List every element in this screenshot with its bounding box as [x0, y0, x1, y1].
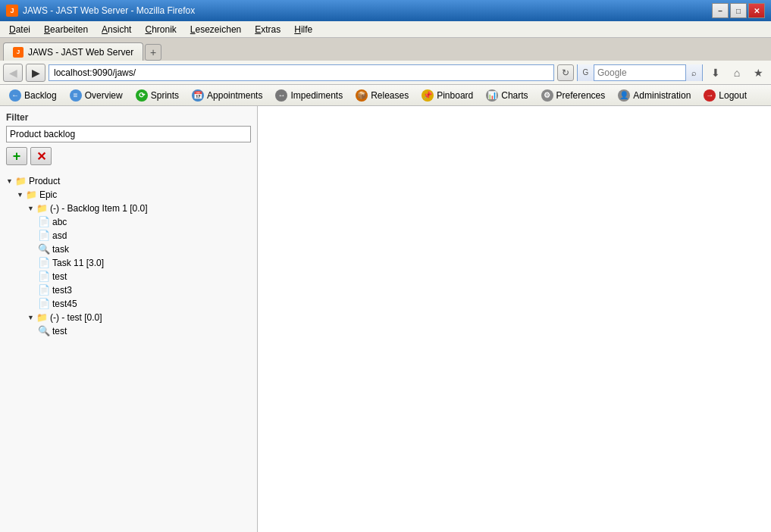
search-input[interactable] [594, 65, 685, 80]
nav-administration[interactable]: 👤 Administration [612, 87, 697, 104]
tab-icon: J [13, 47, 24, 58]
nav-logout[interactable]: → Logout [697, 87, 753, 104]
menu-extras[interactable]: Extras [249, 23, 287, 36]
tree-node-label: (-) - test [0.0] [50, 311, 102, 324]
menu-bearbeiten[interactable]: Bearbeiten [38, 23, 94, 36]
menu-chronik[interactable]: Chronik [139, 23, 182, 36]
minimize-button[interactable]: – [712, 3, 729, 18]
refresh-button[interactable]: ↻ [557, 64, 574, 81]
back-button[interactable]: ◀ [3, 64, 23, 82]
search-icon: 🔍 [38, 243, 50, 256]
menu-lesezeichen[interactable]: Lesezeichen [184, 23, 247, 36]
bookmarks-icon[interactable]: ★ [748, 64, 768, 82]
tree-node[interactable]: 📄Task 11 [3.0] [38, 256, 251, 270]
tree-node-label: (-) - Backlog Item 1 [0.0] [50, 202, 148, 215]
search-engine-dropdown[interactable]: G [578, 64, 594, 81]
address-bar: ◀ ▶ ↻ G ⌕ ⬇ ⌂ ★ [0, 61, 771, 85]
impediments-label: Impediments [290, 90, 343, 101]
tab-label: JAWS - JAST Web Server [28, 47, 133, 58]
tree-node[interactable]: ▼📁(-) - Backlog Item 1 [0.0] [27, 202, 251, 215]
tree-node[interactable]: 📄asd [38, 229, 251, 243]
tree-node[interactable]: 🔍test [38, 324, 251, 338]
tree-arrow-icon: ▼ [27, 311, 34, 324]
maximize-button[interactable]: □ [730, 3, 747, 18]
logout-label: Logout [719, 90, 747, 101]
tree-container: ▼📁Product▼📁Epic▼📁(-) - Backlog Item 1 [0… [0, 171, 257, 532]
tree-node[interactable]: ▼📁(-) - test [0.0] [27, 311, 251, 324]
administration-label: Administration [633, 90, 691, 101]
preferences-label: Preferences [556, 90, 606, 101]
browser-icon: J [6, 5, 18, 17]
preferences-icon: ⚙ [541, 89, 553, 102]
nav-toolbar: ← Backlog ≡ Overview ⟳ Sprints 📅 Appoint… [0, 85, 771, 106]
address-input[interactable] [49, 64, 554, 81]
overview-label: Overview [85, 90, 123, 101]
remove-filter-button[interactable]: ✕ [30, 147, 52, 165]
filter-input[interactable] [6, 126, 251, 142]
menu-datei[interactable]: Datei [3, 23, 36, 36]
nav-sprints[interactable]: ⟳ Sprints [130, 87, 185, 104]
tree-node-label: test [52, 324, 67, 338]
nav-overview[interactable]: ≡ Overview [64, 87, 129, 104]
filter-toolbar: + ✕ [6, 147, 251, 165]
tree-arrow-icon: ▼ [27, 202, 34, 215]
search-icon: 🔍 [38, 324, 50, 338]
sprints-label: Sprints [151, 90, 179, 101]
releases-icon: 📦 [356, 89, 368, 102]
tree-node[interactable]: 📄test3 [38, 283, 251, 297]
tree-node-label: Task 11 [3.0] [52, 256, 104, 270]
tree-node[interactable]: 🔍task [38, 243, 251, 256]
tree-node[interactable]: ▼📁Product [6, 174, 251, 188]
nav-backlog[interactable]: ← Backlog [3, 87, 63, 104]
administration-icon: 👤 [618, 89, 630, 102]
tree-node-label: asd [52, 229, 67, 243]
pinboard-label: Pinboard [437, 90, 473, 101]
releases-label: Releases [371, 90, 409, 101]
backlog-label: Backlog [24, 90, 57, 101]
tree-node-label: test45 [52, 297, 77, 311]
nav-charts[interactable]: 📊 Charts [480, 87, 534, 104]
nav-preferences[interactable]: ⚙ Preferences [535, 87, 612, 104]
download-icon[interactable]: ⬇ [706, 64, 726, 82]
search-go-button[interactable]: ⌕ [685, 64, 702, 81]
tree-node[interactable]: 📄test45 [38, 297, 251, 311]
title-bar: J JAWS - JAST Web Server - Mozilla Firef… [0, 0, 771, 21]
tree-arrow-icon: ▼ [17, 188, 24, 202]
home-icon[interactable]: ⌂ [727, 64, 747, 82]
tree-node-label: Epic [39, 188, 57, 202]
tree-node-label: test [52, 270, 67, 283]
pinboard-icon: 📌 [422, 89, 434, 102]
tree-node[interactable]: 📄abc [38, 215, 251, 229]
nav-pinboard[interactable]: 📌 Pinboard [415, 87, 479, 104]
tree-node[interactable]: 📄test [38, 270, 251, 283]
tree-node-label: task [52, 243, 69, 256]
overview-icon: ≡ [70, 89, 82, 102]
page-icon: 📄 [38, 283, 50, 297]
charts-label: Charts [501, 90, 528, 101]
new-tab-button[interactable]: + [145, 44, 161, 61]
left-panel: Filter + ✕ ▼📁Product▼📁Epic▼📁(-) - Backlo… [0, 106, 258, 532]
add-filter-button[interactable]: + [6, 147, 27, 165]
menu-bar: Datei Bearbeiten Ansicht Chronik Lesezei… [0, 21, 771, 38]
folder-icon: 📁 [36, 202, 48, 215]
close-button[interactable]: ✕ [748, 3, 765, 18]
nav-impediments[interactable]: ↔ Impediments [269, 87, 349, 104]
tree-node-label: test3 [52, 283, 72, 297]
browser-tab[interactable]: J JAWS - JAST Web Server [3, 42, 143, 61]
nav-appointments[interactable]: 📅 Appointments [186, 87, 268, 104]
main-area: Filter + ✕ ▼📁Product▼📁Epic▼📁(-) - Backlo… [0, 106, 771, 532]
forward-button[interactable]: ▶ [26, 64, 45, 82]
tab-bar: J JAWS - JAST Web Server + [0, 38, 771, 61]
menu-ansicht[interactable]: Ansicht [96, 23, 137, 36]
right-panel [258, 106, 771, 532]
nav-releases[interactable]: 📦 Releases [349, 87, 415, 104]
page-icon: 📄 [38, 297, 50, 311]
folder-icon: 📁 [36, 311, 48, 324]
tree-node[interactable]: ▼📁Epic [17, 188, 251, 202]
menu-hilfe[interactable]: Hilfe [288, 23, 318, 36]
folder-icon: 📁 [26, 188, 37, 202]
filter-section: Filter + ✕ [0, 106, 257, 171]
sprints-icon: ⟳ [136, 89, 148, 102]
appointments-icon: 📅 [192, 89, 204, 102]
page-icon: 📄 [38, 215, 50, 229]
